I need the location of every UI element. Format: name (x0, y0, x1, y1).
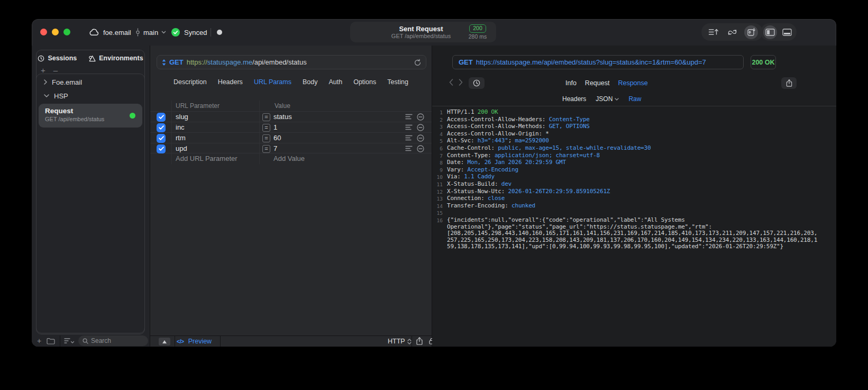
request-editor-panel: GET https://statuspage.me/api/embed/stat… (150, 46, 432, 347)
tab-url-params[interactable]: URL Params (254, 78, 291, 86)
sent-request-title: Sent Request (379, 25, 463, 33)
chevron-down-icon (161, 31, 166, 34)
add-param-row[interactable]: Add URL Parameter Add Value (150, 153, 432, 164)
add-item-button[interactable]: + (37, 337, 41, 345)
tab-sessions[interactable]: Sessions (38, 55, 77, 62)
param-enabled-checkbox[interactable] (157, 144, 166, 153)
param-enabled-checkbox[interactable] (157, 134, 166, 143)
param-text-icon[interactable] (405, 145, 413, 152)
param-value[interactable]: 1 (273, 123, 277, 131)
tab-environments[interactable]: Environments (88, 55, 143, 62)
share-icon[interactable] (416, 337, 423, 345)
toggle-bottom-panel-button[interactable] (780, 25, 794, 39)
response-line: 11X-Status-Build: dev (432, 181, 836, 188)
tab-testing[interactable]: Testing (387, 78, 408, 86)
add-param-name[interactable]: Add URL Parameter (176, 155, 237, 162)
history-button[interactable] (469, 77, 485, 89)
equals-badge: = (262, 124, 270, 132)
chevron-down-icon (44, 94, 49, 97)
traffic-lights (40, 29, 70, 35)
history-forward-button[interactable] (459, 79, 463, 86)
response-subtab-raw[interactable]: Raw (628, 95, 641, 103)
search-input[interactable] (91, 337, 139, 344)
equals-badge: = (262, 113, 270, 121)
export-response-button[interactable] (781, 77, 797, 89)
response-line: 8Date: Mon, 26 Jan 2026 20:29:59 GMT (432, 159, 836, 167)
sidebar-panel: Sessions Environments + – (36, 50, 145, 333)
method-dropdown-icon[interactable] (162, 59, 166, 66)
param-name[interactable]: upd (176, 144, 187, 152)
params-table-header: URL Parameter Value (150, 101, 432, 111)
param-text-icon[interactable] (405, 124, 413, 131)
project-name: foe.email (103, 29, 131, 37)
param-text-icon[interactable] (405, 113, 413, 121)
remove-session-button[interactable]: – (53, 67, 58, 74)
param-value[interactable]: 60 (273, 134, 281, 142)
remove-param-button[interactable] (417, 145, 424, 152)
request-url-bar[interactable]: GET https://statuspage.me/api/embed/stat… (157, 55, 426, 69)
history-back-button[interactable] (449, 79, 453, 86)
request-method[interactable]: GET (169, 58, 184, 66)
synced-check-icon (171, 28, 180, 37)
param-name[interactable]: rtm (176, 134, 186, 142)
tree-item-foe-email[interactable]: Foe.email (36, 75, 144, 89)
tab-description[interactable]: Description (173, 78, 207, 86)
response-line: 5Alt-Svc: h3=":443"; ma=2592000 (432, 138, 836, 145)
branch-selector[interactable]: main (135, 19, 166, 46)
code-icon: </> (177, 338, 184, 344)
remove-param-button[interactable] (417, 124, 424, 131)
loop-requests-button[interactable] (725, 25, 739, 39)
request-status-pill[interactable]: Sent Request GET /api/embed/status 200 2… (350, 22, 496, 42)
request-log-button[interactable] (706, 25, 720, 39)
toggle-sidebar-button[interactable] (763, 25, 777, 39)
request-url[interactable]: https://statuspage.me/api/embed/status (187, 58, 307, 66)
preview-button[interactable]: </> Preview (177, 338, 212, 345)
request-editor-tabs: DescriptionHeadersURL ParamsBodyAuthOpti… (150, 75, 432, 89)
sent-request-line[interactable]: GET https://statuspage.me/api/embed/stat… (452, 55, 744, 69)
request-item-subtitle: GET /api/embed/status (45, 116, 136, 122)
response-subtab-json[interactable]: JSON (596, 95, 619, 103)
add-session-button[interactable]: + (41, 67, 45, 74)
sidebar-search[interactable] (78, 335, 148, 346)
response-subtabs: HeadersJSONRaw (562, 94, 641, 104)
protocol-selector[interactable]: HTTP (388, 338, 412, 345)
request-editor-footer: </> Preview HTTP (150, 335, 432, 347)
tab-headers[interactable]: Headers (218, 78, 243, 86)
remove-param-button[interactable] (417, 134, 424, 142)
response-tab-request[interactable]: Request (585, 79, 610, 87)
response-tab-response[interactable]: Response (618, 79, 647, 87)
sort-options-button[interactable] (64, 338, 75, 344)
tab-body[interactable]: Body (303, 78, 318, 86)
response-divider (432, 106, 836, 106)
url-param-row: upd=7 (150, 143, 432, 153)
response-subtab-headers[interactable]: Headers (562, 95, 586, 103)
add-param-value[interactable]: Add Value (273, 155, 305, 162)
toolbar-group-left (701, 23, 763, 41)
project-selector[interactable]: foe.email (89, 19, 131, 46)
refresh-icon[interactable] (414, 59, 421, 66)
tab-auth[interactable]: Auth (328, 78, 342, 86)
param-enabled-checkbox[interactable] (157, 113, 166, 122)
sync-status[interactable]: Synced (171, 19, 207, 46)
tree-item-hsp[interactable]: HSP (36, 89, 144, 103)
send-receive-button[interactable] (744, 25, 758, 39)
param-enabled-checkbox[interactable] (157, 123, 166, 132)
param-text-icon[interactable] (405, 134, 413, 142)
remove-param-button[interactable] (417, 113, 424, 121)
tab-options[interactable]: Options (353, 78, 376, 86)
minimize-window-button[interactable] (52, 29, 59, 35)
close-window-button[interactable] (40, 29, 47, 35)
param-name[interactable]: slug (176, 113, 188, 121)
response-line: 7Content-Type: application/json; charset… (432, 152, 836, 160)
param-value[interactable]: 7 (273, 144, 277, 152)
param-value[interactable]: status (273, 113, 292, 121)
cloud-icon (89, 29, 99, 36)
zoom-window-button[interactable] (63, 29, 70, 35)
request-list-item[interactable]: Request GET /api/embed/status (39, 104, 142, 128)
response-line: 13Connection: close (432, 195, 836, 203)
response-tab-info[interactable]: Info (565, 79, 577, 87)
collapse-panel-button[interactable] (159, 338, 170, 346)
new-folder-button[interactable] (47, 338, 55, 344)
param-name[interactable]: inc (176, 123, 185, 131)
titlebar-separator (211, 28, 211, 37)
